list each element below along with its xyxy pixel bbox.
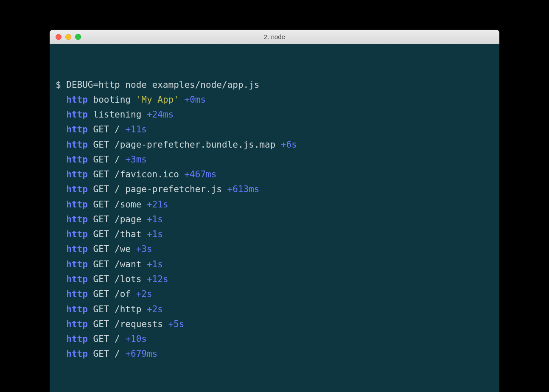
- log-line: http booting 'My App' +0ms: [56, 92, 493, 107]
- log-line: http GET / +679ms: [56, 347, 493, 361]
- log-time: +1s: [147, 259, 163, 269]
- log-time: +467ms: [184, 169, 216, 179]
- titlebar: 2. node: [50, 30, 499, 44]
- log-message: GET /that: [93, 229, 147, 239]
- log-message: GET /we: [93, 244, 136, 254]
- log-time: +1s: [147, 214, 163, 224]
- log-line: http GET / +11s: [56, 122, 493, 137]
- log-time: +6s: [281, 140, 297, 150]
- log-message: GET /requests: [93, 319, 168, 329]
- log-message: GET /: [93, 124, 126, 134]
- log-line: http listening +24ms: [56, 107, 493, 122]
- log-line: http GET /page +1s: [56, 212, 493, 227]
- log-line: http GET /of +2s: [56, 287, 493, 302]
- log-message: GET /favicon.ico: [93, 169, 185, 179]
- close-icon[interactable]: [56, 34, 62, 40]
- log-line: http GET /want +1s: [56, 257, 493, 272]
- log-message: GET /page: [93, 214, 147, 224]
- terminal-window: 2. node $ DEBUG=http node examples/node/…: [50, 30, 499, 392]
- log-time: +0ms: [184, 95, 206, 105]
- log-message: GET /_page-prefetcher.js: [93, 184, 227, 194]
- log-line: http GET /favicon.ico +467ms: [56, 167, 493, 182]
- log-namespace: http: [66, 289, 88, 299]
- log-time: +11s: [125, 124, 147, 134]
- log-namespace: http: [66, 229, 88, 239]
- log-line: http GET /page-prefetcher.bundle.js.map …: [56, 137, 493, 152]
- log-message: GET /page-prefetcher.bundle.js.map: [93, 140, 281, 150]
- log-message: GET /: [93, 334, 126, 344]
- log-line: http GET /that +1s: [56, 227, 493, 242]
- log-namespace: http: [66, 244, 88, 254]
- log-line: http GET /lots +12s: [56, 272, 493, 287]
- prompt: $: [56, 80, 66, 90]
- log-namespace: http: [66, 95, 88, 105]
- log-message: GET /of: [93, 289, 136, 299]
- log-message: booting: [93, 95, 136, 105]
- log-line: http GET /http +2s: [56, 302, 493, 317]
- log-line: http GET / +3ms: [56, 152, 493, 167]
- minimize-icon[interactable]: [65, 34, 71, 40]
- log-time: +3s: [136, 244, 152, 254]
- log-time: +613ms: [227, 184, 260, 194]
- terminal-output[interactable]: $ DEBUG=http node examples/node/app.jsht…: [50, 44, 499, 392]
- log-line: http GET /we +3s: [56, 242, 493, 257]
- traffic-lights: [50, 34, 81, 40]
- log-time: +3ms: [125, 154, 147, 165]
- log-message: GET /some: [93, 199, 147, 210]
- log-namespace: http: [66, 199, 88, 210]
- log-time: +12s: [147, 274, 168, 284]
- log-namespace: http: [66, 169, 88, 179]
- window-title: 2. node: [50, 33, 499, 40]
- log-message: listening: [93, 109, 147, 120]
- log-line: http GET /some +21s: [56, 197, 493, 212]
- log-message: GET /: [93, 154, 126, 165]
- log-time: +1s: [147, 229, 163, 239]
- log-namespace: http: [66, 184, 88, 194]
- log-line: http GET /_page-prefetcher.js +613ms: [56, 182, 493, 197]
- log-namespace: http: [66, 140, 88, 150]
- log-line: http GET /requests +5s: [56, 317, 493, 332]
- log-time: +2s: [147, 304, 163, 314]
- command-line: $ DEBUG=http node examples/node/app.js: [56, 78, 493, 92]
- log-namespace: http: [66, 319, 88, 329]
- log-line: http GET / +10s: [56, 332, 493, 347]
- log-namespace: http: [66, 304, 88, 314]
- log-namespace: http: [66, 124, 88, 134]
- zoom-icon[interactable]: [75, 34, 81, 40]
- log-namespace: http: [66, 259, 88, 269]
- log-time: +10s: [125, 334, 147, 344]
- log-message: GET /http: [93, 304, 147, 314]
- log-message: GET /want: [93, 259, 147, 269]
- log-time: +5s: [168, 319, 185, 329]
- log-namespace: http: [66, 214, 88, 224]
- log-namespace: http: [66, 154, 88, 165]
- log-time: +24ms: [147, 109, 174, 120]
- log-time: +679ms: [125, 349, 157, 359]
- command-text: DEBUG=http node examples/node/app.js: [66, 80, 259, 90]
- log-namespace: http: [66, 334, 88, 344]
- log-namespace: http: [66, 274, 88, 284]
- log-time: +21s: [147, 199, 168, 210]
- log-string: 'My App': [136, 95, 179, 105]
- log-message: GET /lots: [93, 274, 147, 284]
- log-time: +2s: [136, 289, 152, 299]
- log-message: GET /: [93, 349, 126, 359]
- log-namespace: http: [66, 349, 88, 359]
- log-namespace: http: [66, 109, 88, 120]
